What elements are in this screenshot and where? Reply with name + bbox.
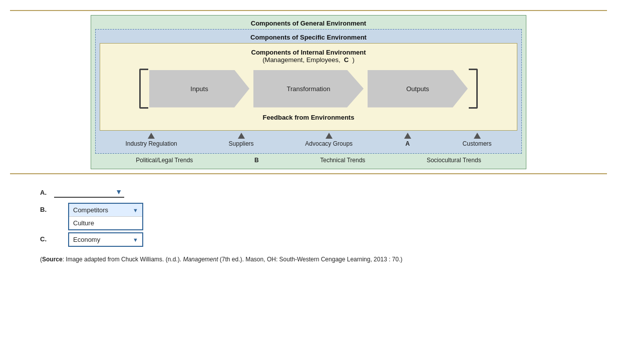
specific-item-advocacy: Advocacy Groups: [305, 133, 353, 147]
specific-items-row: Industry Regulation Suppliers Advocacy G…: [100, 131, 517, 149]
dropdown-item-economy[interactable]: Economy ▼: [69, 233, 142, 246]
dropdown-a-wrapper[interactable]: ▼: [54, 187, 124, 198]
general-item-political: Political/Legal Trends: [136, 157, 193, 164]
bracket-left: [139, 69, 148, 109]
specific-env-label: Components of Specific Environment: [100, 34, 517, 41]
specific-item-suppliers: Suppliers: [229, 133, 254, 147]
up-arrow-a: [404, 133, 411, 139]
transformation-arrow: Transformation: [253, 70, 364, 108]
specific-item-a: A: [404, 133, 411, 147]
arrow-row: Inputs Transformation Outputs: [104, 69, 513, 109]
up-arrow-industry: [148, 133, 155, 139]
inputs-arrow: Inputs: [149, 70, 249, 108]
answer-b-label: B.: [40, 206, 50, 213]
answer-a-label: A.: [40, 189, 50, 196]
transformation-label: Transformation: [287, 85, 331, 93]
answer-row-c: C. Economy ▼: [40, 232, 607, 247]
source-text: (Source: Image adapted from Chuck Willia…: [10, 252, 607, 267]
up-arrow-suppliers: [238, 133, 245, 139]
chevron-economy: ▼: [133, 237, 138, 243]
internal-environment: Components of Internal Environment (Mana…: [100, 43, 517, 131]
general-item-sociocultural: Sociocultural Trends: [427, 157, 481, 164]
diagram-container: Components of General Environment Compon…: [91, 15, 526, 169]
general-item-b: B: [254, 157, 259, 164]
feedback-label: Feedback from Environments: [104, 114, 513, 121]
inputs-label: Inputs: [190, 85, 208, 93]
chevron-competitors: ▼: [133, 207, 138, 213]
specific-environment: Components of Specific Environment Compo…: [95, 29, 522, 154]
general-items-row: Political/Legal Trends B Technical Trend…: [95, 154, 522, 165]
dropdown-item-culture[interactable]: Culture: [69, 217, 142, 229]
specific-item-customers: Customers: [463, 133, 492, 147]
dropdown-b-open: Competitors ▼ Culture: [68, 203, 143, 230]
internal-env-label: Components of Internal Environment (Mana…: [104, 49, 513, 64]
general-env-label: Components of General Environment: [95, 20, 522, 27]
dropdown-c-open: Economy ▼: [68, 232, 143, 247]
general-item-technical: Technical Trends: [320, 157, 365, 164]
general-environment: Components of General Environment Compon…: [91, 15, 526, 169]
dropdown-item-competitors[interactable]: Competitors ▼: [69, 204, 142, 217]
outputs-arrow: Outputs: [368, 70, 468, 108]
answer-row-a: A. ▼: [40, 187, 607, 198]
outputs-label: Outputs: [406, 85, 429, 93]
bracket-right: [469, 69, 478, 109]
up-arrow-customers: [474, 133, 481, 139]
answer-c-label: C.: [40, 235, 50, 243]
dropdown-a-chevron[interactable]: ▼: [115, 188, 122, 196]
answers-section: A. ▼ B. Competitors ▼ Culture C. Economy…: [10, 187, 607, 247]
up-arrow-advocacy: [326, 133, 333, 139]
specific-item-industry: Industry Regulation: [125, 133, 177, 147]
answer-row-b: B. Competitors ▼ Culture: [40, 203, 607, 230]
